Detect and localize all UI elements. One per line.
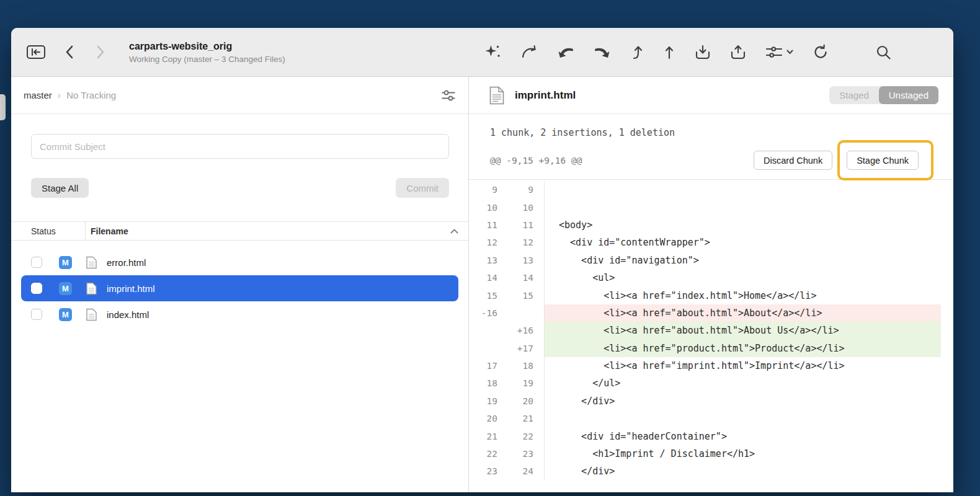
tab-staged[interactable]: Staged [829,86,879,104]
status-badge: M [59,282,72,295]
old-line-number: 13 [469,252,497,269]
gutter-divider [533,427,545,445]
new-line-number: 18 [497,357,533,374]
main-content: master › No Tracking Stage All Commit [11,77,953,492]
code-text: <div id="contentWrapper"> [545,234,941,251]
sort-chevron-up-icon[interactable] [450,229,468,234]
refresh-icon[interactable] [813,44,829,60]
working-copy-icon[interactable] [26,44,46,60]
diff-line[interactable]: 11 11 <body> [469,216,953,234]
diff-line[interactable]: 21 22 <div id="headerContainer"> [469,427,953,445]
diff-file-header: imprint.html Staged Unstaged [469,77,953,114]
stage-all-button[interactable]: Stage All [31,178,89,198]
filter-icon[interactable] [765,45,793,60]
file-icon [86,308,97,321]
diff-line[interactable]: 9 9 [469,181,953,198]
app-window: carparts-website_orig Working Copy (mast… [11,28,953,492]
commit-area: Stage All Commit [11,114,468,198]
old-line-number: 23 [469,463,497,480]
diff-line[interactable]: -16 <li><a href="about.html">About</a></… [469,304,953,322]
arrow-up-icon[interactable] [663,44,675,60]
toolbar: carparts-website_orig Working Copy (mast… [11,28,953,77]
new-line-number: 11 [497,216,533,234]
file-name: error.html [107,257,146,268]
pull-icon[interactable] [557,44,574,60]
diff-line[interactable]: 15 15 <li><a href="index.html">Home</a><… [469,286,953,304]
diff-panel: imprint.html Staged Unstaged 1 chunk, 2 … [469,77,953,492]
code-text: </div> [545,392,941,410]
old-line-number: 18 [469,374,497,392]
file-row[interactable]: M imprint.html [21,275,458,301]
search-icon[interactable] [875,44,891,60]
stage-checkbox[interactable] [31,309,42,320]
diff-line[interactable]: +16 <li><a href="about.html">About Us</a… [469,322,953,339]
new-line-number: 15 [497,286,533,304]
background-window-edge [0,94,6,120]
fetch-icon[interactable] [520,44,538,60]
stage-checkbox[interactable] [31,257,42,268]
breadcrumb-separator-icon: › [58,90,61,101]
back-icon[interactable] [63,43,76,61]
diff-line[interactable]: 17 18 <li><a href="imprint.html">Imprint… [469,357,953,374]
quick-launch-icon[interactable] [484,44,501,60]
push-icon[interactable] [594,44,611,60]
gutter-divider [533,198,545,216]
filename-column-header[interactable]: Filename [85,222,450,240]
new-line-number: 10 [497,198,533,216]
new-line-number: 23 [497,445,533,463]
file-icon [86,282,97,295]
tab-unstaged[interactable]: Unstaged [879,86,938,104]
gutter-divider [533,445,545,463]
breadcrumb-tracking[interactable]: No Tracking [66,90,116,100]
gutter-divider [533,410,545,427]
forward-icon[interactable] [94,43,107,61]
diff-line[interactable]: 23 24 </div> [469,463,953,480]
diff-line[interactable]: 19 20 </div> [469,392,953,410]
status-column-header[interactable]: Status [11,226,85,236]
commit-button[interactable]: Commit [396,178,449,198]
file-row[interactable]: M error.html [21,249,458,275]
diff-line[interactable]: 14 14 <ul> [469,269,953,286]
gutter-divider [533,340,545,357]
new-line-number: +16 [497,322,533,339]
document-icon [489,86,504,105]
gutter-divider [533,234,545,251]
diff-line[interactable]: 12 12 <div id="contentWrapper"> [469,234,953,251]
arrow-up-hook-icon[interactable] [630,44,644,60]
diff-line[interactable]: 10 10 [469,198,953,216]
code-text: </ul> [545,374,941,392]
list-options-icon[interactable] [441,89,456,102]
file-row[interactable]: M index.html [21,301,458,327]
new-line-number: 12 [497,234,533,251]
old-line-number: 11 [469,216,497,234]
stage-chunk-button[interactable]: Stage Chunk [847,151,919,170]
new-line-number: 14 [497,269,533,286]
new-line-number: +17 [497,340,533,357]
tray-arrow-down-icon[interactable] [695,44,711,60]
new-line-number: 13 [497,252,533,269]
old-line-number: 9 [469,181,497,198]
gutter-divider [533,374,545,392]
discard-chunk-button[interactable]: Discard Chunk [754,151,832,170]
diff-line[interactable]: 22 23 <h1>Imprint / Disclaimer</h1> [469,445,953,463]
stage-checkbox[interactable] [31,283,42,294]
old-line-number: 20 [469,410,497,427]
status-badge: M [59,308,72,321]
chevron-down-icon [786,50,793,55]
tray-arrow-up-icon[interactable] [730,44,746,60]
window-title-block: carparts-website_orig Working Copy (mast… [129,41,285,64]
code-text: <ul> [545,269,941,286]
code-text: <li><a href="index.html">Home</a></li> [545,286,941,304]
new-line-number: 22 [497,427,533,445]
diff-line[interactable]: 18 19 </ul> [469,374,953,392]
gutter-divider [533,269,545,286]
code-text: <h1>Imprint / Disclaimer</h1> [545,445,941,463]
commit-subject-input[interactable] [31,134,449,159]
old-line-number: 19 [469,392,497,410]
breadcrumb-branch[interactable]: master [24,90,52,100]
diff-line[interactable]: 20 21 [469,410,953,427]
diff-line[interactable]: 13 13 <div id="navigation"> [469,252,953,269]
code-text: <body> [545,216,941,234]
diff-line[interactable]: +17 <li><a href="product.html">Product</… [469,340,953,357]
new-line-number: 21 [497,410,533,427]
